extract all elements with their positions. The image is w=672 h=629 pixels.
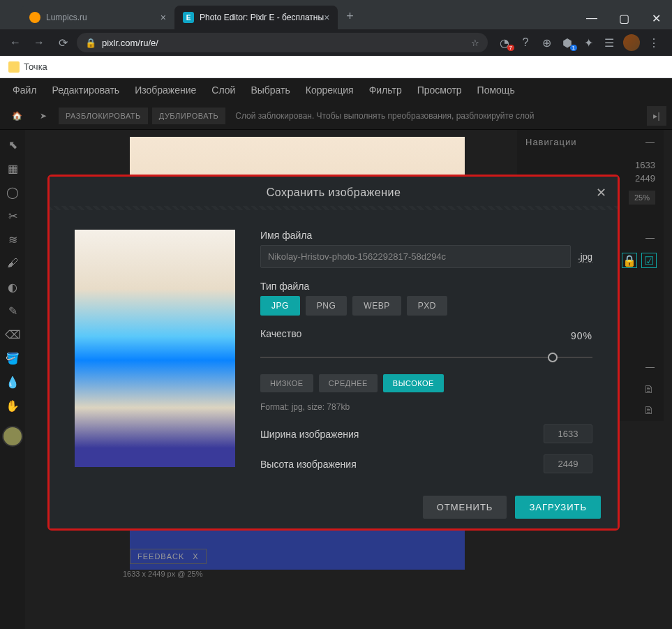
dialog-body: Имя файла .jpg Тип файла JPG PNG WEBP PX… [50,210,618,486]
layer-lock-icon[interactable]: 🔒 [622,253,637,268]
browser-tab[interactable]: Lumpics.ru × [21,6,174,29]
menu-file[interactable]: Файл [13,84,36,96]
bookmark-item[interactable]: Точка [8,61,47,73]
home-icon[interactable]: 🏠 [6,105,28,127]
filename-label: Имя файла [260,230,592,241]
close-icon[interactable]: × [160,12,166,23]
collapse-icon[interactable]: — [645,137,655,147]
close-window-button[interactable]: ✕ [640,7,672,29]
quality-slider[interactable] [260,350,592,364]
quality-medium[interactable]: СРЕДНЕЕ [319,374,378,392]
extension-icon[interactable]: ◔7 [498,36,512,50]
file-extension[interactable]: .jpg [578,251,592,262]
forward-button[interactable]: → [29,33,49,52]
browser-tab-active[interactable]: E Photo Editor: Pixlr E - бесплатны × [174,6,338,29]
menu-filter[interactable]: Фильтр [369,84,402,96]
color-picker[interactable] [2,426,23,447]
expand-panel-icon[interactable]: ▸| [647,106,666,126]
format-info: Format: jpg, size: 787kb [260,402,592,412]
quality-low[interactable]: НИЗКОЕ [260,374,313,392]
height-input[interactable] [544,454,592,473]
profile-avatar[interactable] [623,34,640,51]
url-text: pixlr.com/ru/e/ [102,38,158,48]
cursor-icon[interactable]: ➤ [32,105,54,127]
slider-thumb[interactable] [548,353,558,362]
nav-panel-title: Навигации [525,137,576,147]
minimize-button[interactable]: ― [576,7,608,29]
brush-tool-icon[interactable]: 🖌 [2,253,23,274]
collapse-icon[interactable]: — [645,232,655,243]
slider-track [260,357,592,358]
pen-tool-icon[interactable]: ✎ [2,300,23,321]
save-form: Имя файла .jpg Тип файла JPG PNG WEBP PX… [260,230,592,478]
menu-help[interactable]: Помощь [477,84,515,96]
extension-icon[interactable]: ⊕ [539,36,553,50]
close-icon[interactable]: × [324,12,329,23]
new-tab-button[interactable]: + [338,3,362,29]
filetype-jpg[interactable]: JPG [260,296,300,316]
tab-title: Lumpics.ru [46,13,87,22]
lasso-tool-icon[interactable]: ◯ [2,182,23,202]
quality-label: Качество [260,328,301,339]
favicon-icon: E [183,12,194,23]
reload-button[interactable]: ⟳ [53,33,73,52]
zoom-value[interactable]: 25% [629,191,655,205]
back-button[interactable]: ← [6,33,25,52]
marquee-tool-icon[interactable]: ▦ [2,158,23,179]
duplicate-button[interactable]: ДУБЛИРОВАТЬ [152,108,225,124]
canvas-dimensions: 1633 x 2449 px @ 25% [123,570,203,578]
menu-view[interactable]: Просмотр [417,84,462,96]
context-toolbar: 🏠 ➤ РАЗБЛОКИРОВАТЬ ДУБЛИРОВАТЬ Слой забл… [0,102,672,130]
bookmark-label: Точка [24,61,47,72]
unlock-button[interactable]: РАЗБЛОКИРОВАТЬ [59,108,148,124]
filetype-pxd[interactable]: PXD [407,296,447,316]
menu-select[interactable]: Выбрать [251,84,290,96]
extension-icons: ◔7 ? ⊕ ⬢1 ✦ ☰ ⋮ [492,34,666,51]
download-button[interactable]: ЗАГРУЗИТЬ [515,496,601,519]
address-bar-row: ← → ⟳ 🔒 pixlr.com/ru/e/ ☆ ◔7 ? ⊕ ⬢1 ✦ ☰ … [0,29,672,56]
extension-icon[interactable]: ? [518,36,532,50]
address-bar[interactable]: 🔒 pixlr.com/ru/e/ ☆ [77,33,488,52]
hand-tool-icon[interactable]: ✋ [2,395,23,416]
quality-value: 90% [571,330,592,341]
quality-high[interactable]: ВЫСОКОЕ [383,374,444,392]
filetype-png[interactable]: PNG [306,296,348,316]
filetype-webp[interactable]: WEBP [352,296,401,316]
history-icon[interactable]: 🗎 [641,403,657,418]
feedback-close[interactable]: X [193,552,198,561]
menu-edit[interactable]: Редактировать [52,84,119,96]
image-preview [75,230,235,467]
folder-icon [8,61,20,73]
eraser-tool-icon[interactable]: ⌫ [2,324,23,345]
menu-icon[interactable]: ⋮ [647,36,661,50]
crop-tool-icon[interactable]: ✂ [2,205,23,226]
close-icon[interactable]: ✕ [596,185,607,200]
liquify-tool-icon[interactable]: ≋ [2,229,23,250]
menu-image[interactable]: Изображение [135,84,196,96]
history-icon[interactable]: 🗎 [641,382,657,397]
layer-visible-icon[interactable]: ☑ [641,253,657,268]
filename-input[interactable] [260,245,571,268]
favicon-icon [29,12,40,23]
cancel-button[interactable]: ОТМЕНИТЬ [423,496,507,519]
menu-correction[interactable]: Коррекция [306,84,354,96]
star-icon[interactable]: ☆ [471,38,479,48]
maximize-button[interactable]: ▢ [608,7,640,29]
dialog-title-bar: Сохранить изображение ✕ [50,177,618,206]
width-label: Ширина изображения [260,429,359,440]
fill-tool-icon[interactable]: 🪣 [2,348,23,369]
menu-layer[interactable]: Слой [211,84,235,96]
eyedropper-tool-icon[interactable]: 💧 [2,371,23,392]
width-input[interactable] [544,424,592,443]
extension-icon[interactable]: ⬢1 [560,36,574,50]
dialog-footer: ОТМЕНИТЬ ЗАГРУЗИТЬ [50,486,618,528]
browser-titlebar: Lumpics.ru × E Photo Editor: Pixlr E - б… [0,0,672,29]
clone-tool-icon[interactable]: ◐ [2,276,23,297]
collapse-icon[interactable]: — [645,362,655,372]
extensions-menu-icon[interactable]: ✦ [581,36,595,50]
move-tool-icon[interactable]: ⬉ [2,134,23,155]
feedback-button[interactable]: FEEDBACK X [130,549,207,564]
feedback-label: FEEDBACK [137,552,184,561]
locked-message: Слой заблокирован. Чтобы выполнять преоб… [235,111,534,121]
reading-list-icon[interactable]: ☰ [602,36,616,50]
